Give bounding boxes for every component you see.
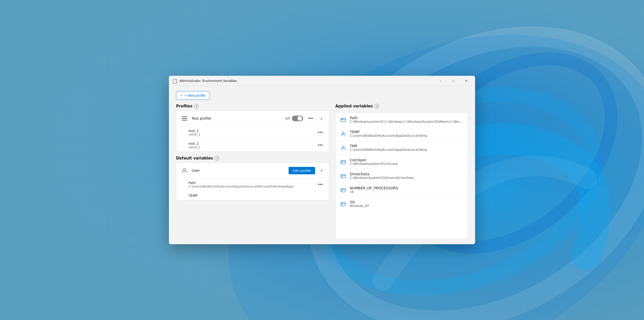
user-applied-icon	[340, 130, 347, 138]
var-name: TEMP	[189, 194, 325, 198]
var-name: Path	[189, 181, 313, 185]
profile-status-label: Off	[285, 117, 290, 120]
default-variables-card: User Add variable ∧ Path C:\Users\WDAGUt…	[176, 163, 329, 200]
applied-var-value: Windows_NT	[350, 204, 464, 208]
svg-point-15	[342, 146, 344, 148]
var-name: test_2	[189, 142, 313, 145]
default-collapse-button[interactable]: ∧	[318, 167, 325, 174]
left-panel: Profiles i	[176, 104, 329, 239]
svg-rect-7	[182, 116, 187, 117]
variable-row: TEMP	[176, 191, 329, 200]
plus-icon: +	[180, 93, 182, 97]
var-name: test_1	[189, 129, 313, 133]
new-profile-label: + New profile	[184, 93, 205, 97]
svg-rect-23	[341, 204, 343, 205]
path-applied-icon	[340, 116, 347, 124]
applied-item: ComSpec C:\Windows\system32\cmd.exe	[336, 155, 468, 169]
svg-rect-18	[341, 175, 345, 178]
system-applied-icon	[340, 173, 347, 180]
profiles-section: Profiles i	[176, 104, 329, 152]
profile-collapse-button[interactable]: ∧	[318, 115, 325, 121]
applied-variables-title: Applied variables	[335, 104, 373, 108]
user-applied-icon	[340, 144, 347, 152]
var-info: test_1 value_1	[189, 129, 313, 136]
applied-var-name: TMP	[350, 144, 464, 148]
app-icon: 📋	[172, 78, 177, 83]
default-variables-section: Default variables i	[176, 156, 329, 200]
default-variables-header: Default variables i	[176, 156, 329, 161]
svg-rect-21	[341, 190, 343, 191]
profile-more-button[interactable]: •••	[306, 115, 315, 122]
profile-header: Test profile Off ••• ∧	[176, 111, 329, 126]
applied-item-content: OS Windows_NT	[350, 200, 464, 208]
new-profile-button[interactable]: + + New profile	[176, 91, 210, 100]
svg-point-10	[183, 168, 186, 171]
svg-point-12	[342, 119, 342, 119]
applied-item-content: ComSpec C:\Windows\system32\cmd.exe	[350, 158, 464, 166]
profile-status: Off	[285, 116, 303, 121]
system-applied-icon	[340, 187, 347, 194]
var-more-button[interactable]: •••	[316, 129, 325, 136]
window-content: + + New profile Profiles i	[169, 86, 475, 244]
svg-rect-22	[341, 203, 345, 206]
close-button[interactable]: ✕	[460, 77, 472, 85]
applied-var-value: C:\Windows\system32;C:\Windows;C:\Window…	[350, 120, 464, 124]
minimize-button[interactable]: –	[435, 77, 447, 85]
applied-item-content: Path C:\Windows\system32;C:\Windows;C:\W…	[350, 116, 464, 124]
profiles-title: Profiles	[176, 104, 192, 108]
profiles-info-icon[interactable]: i	[194, 104, 199, 108]
title-bar: 📋 Administrator: Environment Variables –…	[169, 76, 475, 86]
profile-name: Test profile	[192, 116, 282, 120]
applied-item: TEMP C:\Users\WDAGUtilityAccount\AppData…	[336, 127, 468, 141]
maximize-button[interactable]: □	[448, 77, 459, 85]
svg-rect-20	[341, 189, 345, 192]
var-info: Path C:\Users\WDAGUtilityAccount\AppData…	[189, 181, 313, 188]
default-variables-title: Default variables	[176, 156, 213, 161]
var-more-button[interactable]: •••	[316, 181, 325, 188]
var-value: value_1	[189, 133, 313, 136]
main-window: 📋 Administrator: Environment Variables –…	[169, 76, 475, 244]
svg-rect-9	[182, 120, 187, 121]
svg-rect-8	[182, 118, 187, 119]
profiles-section-header: Profiles i	[176, 104, 329, 108]
applied-var-name: NUMBER_OF_PROCESSORS	[350, 186, 464, 190]
applied-var-name: OS	[350, 200, 464, 204]
default-user-header: User Add variable ∧	[176, 163, 329, 178]
var-value: C:\Users\WDAGUtilityAccount\AppData\Loca…	[189, 185, 313, 188]
var-info: test_2 value_2	[189, 142, 313, 149]
var-value: value_2	[189, 145, 313, 149]
applied-item: OS Windows_NT	[336, 197, 468, 211]
applied-item-content: NUMBER_OF_PROCESSORS 16	[350, 186, 464, 194]
applied-item-content: TEMP C:\Users\WDAGUtilityAccount\AppData…	[350, 130, 464, 138]
variable-row: test_2 value_2 •••	[176, 139, 329, 152]
svg-rect-19	[341, 176, 343, 177]
user-icon	[180, 166, 189, 175]
applied-var-value: C:\Windows\system32\cmd.exe	[350, 162, 464, 166]
var-more-button[interactable]: •••	[316, 142, 325, 149]
profile-list-icon	[180, 114, 189, 122]
system-applied-icon	[340, 158, 347, 166]
applied-var-value: C:\Users\WDAGUtilityAccount\AppData\Loca…	[350, 134, 464, 138]
profile-toggle[interactable]	[292, 116, 303, 121]
applied-item: NUMBER_OF_PROCESSORS 16	[336, 183, 468, 197]
applied-variables-info-icon[interactable]: i	[374, 104, 379, 108]
variable-row: Path C:\Users\WDAGUtilityAccount\AppData…	[176, 178, 329, 191]
applied-item-content: TMP C:\Users\WDAGUtilityAccount\AppData\…	[350, 144, 464, 152]
applied-var-name: TEMP	[350, 130, 464, 134]
window-title: Administrator: Environment Variables	[180, 79, 435, 83]
var-info: TEMP	[189, 194, 325, 198]
svg-point-13	[342, 119, 343, 119]
svg-point-14	[342, 132, 344, 134]
variable-row: test_1 value_1 •••	[176, 126, 329, 139]
applied-item: Path C:\Windows\system32;C:\Windows;C:\W…	[336, 113, 468, 127]
svg-rect-16	[341, 161, 345, 164]
system-applied-icon	[340, 201, 347, 208]
applied-item: DriverData C:\Windows\System32\Drivers\D…	[336, 169, 468, 183]
panels-container: Profiles i	[176, 104, 468, 239]
applied-var-name: Path	[350, 116, 464, 120]
default-variables-info-icon[interactable]: i	[215, 156, 219, 161]
applied-item-content: DriverData C:\Windows\System32\Drivers\D…	[350, 172, 464, 180]
add-variable-button[interactable]: Add variable	[289, 167, 315, 174]
applied-item: TMP C:\Users\WDAGUtilityAccount\AppData\…	[336, 141, 468, 155]
applied-var-name: DriverData	[350, 172, 464, 176]
